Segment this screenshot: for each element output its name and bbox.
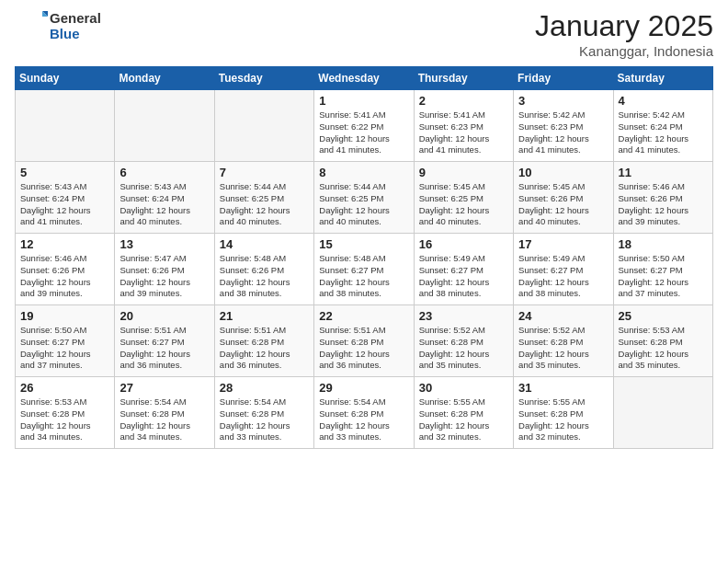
day-number: 19	[20, 309, 109, 323]
day-number: 10	[518, 166, 608, 179]
day-info: Sunrise: 5:47 AM Sunset: 6:26 PM Dayligh…	[119, 253, 209, 300]
calendar-cell: 31Sunrise: 5:55 AM Sunset: 6:28 PM Dayli…	[514, 377, 613, 449]
calendar-cell: 7Sunrise: 5:44 AM Sunset: 6:25 PM Daylig…	[214, 162, 313, 234]
calendar-cell: 8Sunrise: 5:44 AM Sunset: 6:25 PM Daylig…	[314, 162, 414, 234]
week-row-1: 5Sunrise: 5:43 AM Sunset: 6:24 PM Daylig…	[16, 162, 713, 234]
title-location: Kananggar, Indonesia	[535, 43, 713, 59]
logo-svg	[15, 9, 48, 42]
day-number: 30	[419, 381, 508, 395]
calendar-cell: 30Sunrise: 5:55 AM Sunset: 6:28 PM Dayli…	[414, 377, 513, 449]
day-info: Sunrise: 5:44 AM Sunset: 6:25 PM Dayligh…	[319, 181, 408, 228]
day-number: 16	[419, 237, 508, 251]
weekday-header-tuesday: Tuesday	[214, 67, 313, 90]
title-block: January 2025 Kananggar, Indonesia	[535, 9, 713, 59]
day-info: Sunrise: 5:51 AM Sunset: 6:28 PM Dayligh…	[220, 325, 309, 372]
day-info: Sunrise: 5:45 AM Sunset: 6:25 PM Dayligh…	[419, 181, 508, 228]
calendar-cell: 12Sunrise: 5:46 AM Sunset: 6:26 PM Dayli…	[16, 234, 115, 305]
calendar-cell: 26Sunrise: 5:53 AM Sunset: 6:28 PM Dayli…	[16, 377, 115, 449]
day-info: Sunrise: 5:46 AM Sunset: 6:26 PM Dayligh…	[20, 253, 109, 300]
day-info: Sunrise: 5:55 AM Sunset: 6:28 PM Dayligh…	[419, 396, 508, 443]
calendar-cell: 14Sunrise: 5:48 AM Sunset: 6:26 PM Dayli…	[214, 234, 313, 305]
calendar-cell: 28Sunrise: 5:54 AM Sunset: 6:28 PM Dayli…	[214, 377, 313, 449]
calendar-cell	[214, 90, 313, 162]
day-info: Sunrise: 5:51 AM Sunset: 6:27 PM Dayligh…	[119, 325, 209, 372]
logo-blue: Blue	[50, 26, 101, 41]
calendar-cell	[613, 377, 712, 449]
weekday-header-friday: Friday	[514, 67, 613, 90]
day-info: Sunrise: 5:49 AM Sunset: 6:27 PM Dayligh…	[419, 253, 508, 300]
day-info: Sunrise: 5:51 AM Sunset: 6:28 PM Dayligh…	[319, 325, 408, 372]
day-number: 21	[220, 309, 309, 323]
title-month: January 2025	[535, 9, 713, 43]
calendar-cell: 18Sunrise: 5:50 AM Sunset: 6:27 PM Dayli…	[613, 234, 712, 305]
weekday-header-thursday: Thursday	[414, 67, 513, 90]
calendar-cell: 19Sunrise: 5:50 AM Sunset: 6:27 PM Dayli…	[16, 305, 115, 377]
weekday-header-row: SundayMondayTuesdayWednesdayThursdayFrid…	[16, 67, 713, 90]
day-number: 6	[119, 166, 209, 179]
calendar-cell	[16, 90, 115, 162]
calendar-cell: 24Sunrise: 5:52 AM Sunset: 6:28 PM Dayli…	[514, 305, 613, 377]
calendar-cell: 4Sunrise: 5:42 AM Sunset: 6:24 PM Daylig…	[613, 90, 712, 162]
week-row-2: 12Sunrise: 5:46 AM Sunset: 6:26 PM Dayli…	[16, 234, 713, 305]
day-number: 3	[518, 94, 608, 108]
calendar-cell: 3Sunrise: 5:42 AM Sunset: 6:23 PM Daylig…	[514, 90, 613, 162]
day-number: 31	[518, 381, 608, 395]
day-info: Sunrise: 5:55 AM Sunset: 6:28 PM Dayligh…	[518, 396, 608, 443]
calendar-cell: 1Sunrise: 5:41 AM Sunset: 6:22 PM Daylig…	[314, 90, 414, 162]
day-info: Sunrise: 5:42 AM Sunset: 6:23 PM Dayligh…	[518, 109, 608, 156]
page: General Blue January 2025 Kananggar, Ind…	[0, 0, 728, 563]
day-info: Sunrise: 5:50 AM Sunset: 6:27 PM Dayligh…	[20, 325, 109, 372]
day-info: Sunrise: 5:41 AM Sunset: 6:22 PM Dayligh…	[319, 109, 408, 156]
calendar-table: SundayMondayTuesdayWednesdayThursdayFrid…	[15, 66, 713, 449]
calendar-cell: 5Sunrise: 5:43 AM Sunset: 6:24 PM Daylig…	[16, 162, 115, 234]
day-info: Sunrise: 5:41 AM Sunset: 6:23 PM Dayligh…	[419, 109, 508, 156]
day-info: Sunrise: 5:54 AM Sunset: 6:28 PM Dayligh…	[220, 396, 309, 443]
day-number: 20	[119, 309, 209, 323]
header: General Blue January 2025 Kananggar, Ind…	[15, 9, 713, 59]
calendar-cell: 29Sunrise: 5:54 AM Sunset: 6:28 PM Dayli…	[314, 377, 414, 449]
day-info: Sunrise: 5:52 AM Sunset: 6:28 PM Dayligh…	[518, 325, 608, 372]
calendar-cell: 6Sunrise: 5:43 AM Sunset: 6:24 PM Daylig…	[115, 162, 214, 234]
day-number: 29	[319, 381, 408, 395]
day-number: 14	[220, 237, 309, 251]
calendar-cell: 9Sunrise: 5:45 AM Sunset: 6:25 PM Daylig…	[414, 162, 513, 234]
day-info: Sunrise: 5:54 AM Sunset: 6:28 PM Dayligh…	[119, 396, 209, 443]
calendar-cell: 22Sunrise: 5:51 AM Sunset: 6:28 PM Dayli…	[314, 305, 414, 377]
week-row-4: 26Sunrise: 5:53 AM Sunset: 6:28 PM Dayli…	[16, 377, 713, 449]
weekday-header-monday: Monday	[115, 67, 214, 90]
day-number: 17	[518, 237, 608, 251]
day-info: Sunrise: 5:50 AM Sunset: 6:27 PM Dayligh…	[619, 253, 708, 300]
day-number: 27	[119, 381, 209, 395]
calendar-cell: 17Sunrise: 5:49 AM Sunset: 6:27 PM Dayli…	[514, 234, 613, 305]
calendar-cell: 20Sunrise: 5:51 AM Sunset: 6:27 PM Dayli…	[115, 305, 214, 377]
day-info: Sunrise: 5:54 AM Sunset: 6:28 PM Dayligh…	[319, 396, 408, 443]
day-info: Sunrise: 5:42 AM Sunset: 6:24 PM Dayligh…	[619, 109, 708, 156]
weekday-header-sunday: Sunday	[16, 67, 115, 90]
day-info: Sunrise: 5:49 AM Sunset: 6:27 PM Dayligh…	[518, 253, 608, 300]
logo-general: General	[50, 10, 101, 26]
calendar-cell: 27Sunrise: 5:54 AM Sunset: 6:28 PM Dayli…	[115, 377, 214, 449]
day-info: Sunrise: 5:43 AM Sunset: 6:24 PM Dayligh…	[20, 181, 109, 228]
day-info: Sunrise: 5:43 AM Sunset: 6:24 PM Dayligh…	[119, 181, 209, 228]
calendar-cell: 16Sunrise: 5:49 AM Sunset: 6:27 PM Dayli…	[414, 234, 513, 305]
day-info: Sunrise: 5:48 AM Sunset: 6:26 PM Dayligh…	[220, 253, 309, 300]
day-info: Sunrise: 5:45 AM Sunset: 6:26 PM Dayligh…	[518, 181, 608, 228]
day-info: Sunrise: 5:52 AM Sunset: 6:28 PM Dayligh…	[419, 325, 508, 372]
calendar-cell: 2Sunrise: 5:41 AM Sunset: 6:23 PM Daylig…	[414, 90, 513, 162]
day-number: 22	[319, 309, 408, 323]
calendar-cell: 23Sunrise: 5:52 AM Sunset: 6:28 PM Dayli…	[414, 305, 513, 377]
day-number: 8	[319, 166, 408, 179]
calendar-body: 1Sunrise: 5:41 AM Sunset: 6:22 PM Daylig…	[16, 90, 713, 449]
calendar-cell	[115, 90, 214, 162]
calendar-cell: 10Sunrise: 5:45 AM Sunset: 6:26 PM Dayli…	[514, 162, 613, 234]
calendar-cell: 25Sunrise: 5:53 AM Sunset: 6:28 PM Dayli…	[613, 305, 712, 377]
calendar-cell: 11Sunrise: 5:46 AM Sunset: 6:26 PM Dayli…	[613, 162, 712, 234]
day-number: 4	[619, 94, 708, 108]
day-info: Sunrise: 5:53 AM Sunset: 6:28 PM Dayligh…	[20, 396, 109, 443]
day-number: 9	[419, 166, 508, 179]
day-number: 15	[319, 237, 408, 251]
weekday-header-saturday: Saturday	[613, 67, 712, 90]
week-row-3: 19Sunrise: 5:50 AM Sunset: 6:27 PM Dayli…	[16, 305, 713, 377]
day-info: Sunrise: 5:44 AM Sunset: 6:25 PM Dayligh…	[220, 181, 309, 228]
day-number: 2	[419, 94, 508, 108]
